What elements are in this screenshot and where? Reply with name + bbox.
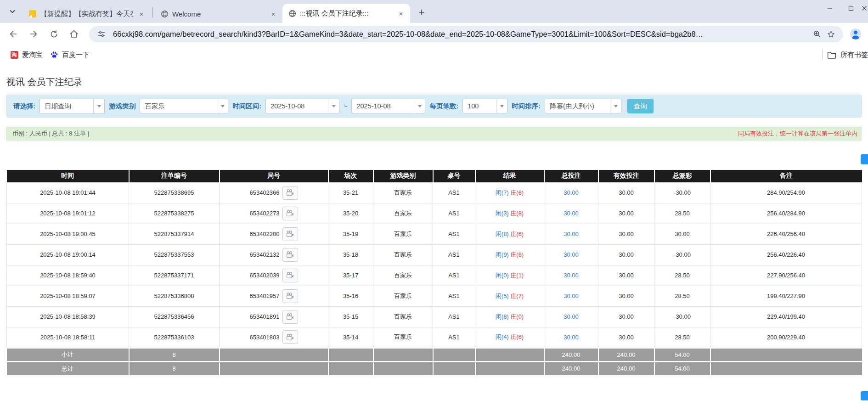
- video-replay-icon[interactable]: [282, 289, 298, 303]
- cell-time: 2025-10-08 18:59:40: [7, 265, 129, 286]
- footer-cell: [475, 361, 544, 375]
- bookmark-star-icon[interactable]: [824, 27, 838, 41]
- game-type-select[interactable]: 百家乐: [140, 99, 228, 113]
- cell-valid-bet: 30.00: [598, 224, 654, 244]
- player-result: 闲(8): [496, 231, 509, 237]
- date-start-input[interactable]: 2025-10-08: [265, 99, 339, 113]
- sort-label: 时间排序:: [512, 102, 541, 111]
- total-bet-link[interactable]: 30.00: [564, 251, 579, 258]
- footer-cell: [710, 361, 862, 375]
- video-replay-icon[interactable]: [282, 269, 298, 282]
- zoom-icon[interactable]: [810, 27, 824, 41]
- chevron-down-icon: [414, 99, 425, 113]
- tilde-separator: ~: [344, 102, 347, 110]
- column-header: 结果: [475, 170, 544, 182]
- sort-select[interactable]: 降幂(由大到小): [545, 99, 621, 113]
- side-panel-handle-bottom[interactable]: [861, 391, 868, 400]
- bookmark-taobao[interactable]: 淘 爱淘宝: [6, 48, 46, 62]
- table-header-row: 时间注单编号局号场次游戏类别桌号结果总投注有效投注总派彩备注: [7, 170, 862, 182]
- tab-welcome[interactable]: Welcome ×: [155, 5, 282, 23]
- chevron-down-icon: [496, 99, 507, 113]
- query-type-select[interactable]: 日期查询: [39, 99, 105, 113]
- cell-bet-id: 522875336456: [129, 306, 220, 327]
- tab-bet-records[interactable]: :::视讯 会员下注纪录::: ×: [282, 4, 410, 23]
- footer-cell: 54.00: [654, 361, 710, 375]
- table-row: 2025-10-08 18:59:40522875337171653402039…: [7, 265, 862, 286]
- footer-cell: [710, 348, 862, 361]
- video-replay-icon[interactable]: [282, 248, 298, 262]
- video-replay-icon[interactable]: [282, 330, 298, 344]
- cell-valid-bet: 30.00: [598, 203, 654, 224]
- bookmark-baidu[interactable]: 百度一下: [46, 48, 93, 62]
- total-bet-link[interactable]: 30.00: [564, 210, 579, 217]
- total-bet-link[interactable]: 30.00: [564, 272, 579, 279]
- player-result: 闲(9): [496, 251, 509, 258]
- total-bet-link[interactable]: 30.00: [564, 334, 579, 341]
- column-header: 桌号: [433, 170, 475, 182]
- player-result: 闲(8): [496, 313, 509, 320]
- total-bet-link[interactable]: 30.00: [564, 313, 579, 320]
- site-settings-icon[interactable]: [95, 27, 108, 41]
- round-number: 653402039: [249, 272, 279, 279]
- close-icon[interactable]: ×: [137, 9, 146, 18]
- cell-table-no: AS1: [433, 244, 475, 265]
- cell-bet-id: 522875337914: [129, 224, 220, 244]
- cell-remark: 229.40/199.40: [710, 306, 862, 327]
- folder-icon: [827, 51, 836, 59]
- round-number: 653402200: [249, 231, 279, 237]
- back-icon[interactable]: [5, 25, 22, 43]
- cell-session: 35-14: [328, 327, 373, 348]
- minimize-button[interactable]: [819, 0, 840, 16]
- address-bar[interactable]: 66cxkj98.com/game/betrecord_search/kind3…: [89, 26, 843, 42]
- column-header: 备注: [710, 170, 862, 182]
- notification-favicon-icon: [28, 10, 37, 18]
- tab-notification[interactable]: 【新提醒】【实战有奖】今天在 ×: [23, 5, 151, 23]
- cell-time: 2025-10-08 18:59:07: [7, 286, 129, 306]
- video-replay-icon[interactable]: [282, 186, 298, 200]
- total-bet-link[interactable]: 30.00: [564, 231, 579, 237]
- all-bookmarks-button[interactable]: 所有书签: [827, 51, 868, 59]
- footer-cell: 8: [129, 348, 220, 361]
- total-bet-link[interactable]: 30.00: [564, 189, 579, 196]
- video-replay-icon[interactable]: [282, 207, 298, 220]
- banker-result: 庄(1): [510, 272, 524, 279]
- close-icon[interactable]: ×: [269, 9, 278, 18]
- window-controls: [819, 0, 868, 17]
- search-button[interactable]: 查询: [627, 99, 654, 113]
- taobao-icon: 淘: [10, 51, 18, 59]
- player-result: 闲(4): [496, 333, 509, 340]
- url-text[interactable]: 66cxkj98.com/game/betrecord_search/kind3…: [113, 30, 810, 39]
- video-replay-icon[interactable]: [282, 227, 298, 241]
- cell-payout: 28.50: [654, 203, 710, 224]
- cell-round-id: 653402039: [220, 265, 328, 286]
- cell-total-bet: 30.00: [544, 286, 598, 306]
- maximize-button[interactable]: [840, 0, 862, 16]
- page-size-label: 每页笔数:: [429, 102, 458, 111]
- side-panel-handle-top[interactable]: [861, 154, 868, 164]
- video-replay-icon[interactable]: [282, 310, 298, 324]
- close-icon[interactable]: ×: [396, 9, 406, 18]
- page-size-select[interactable]: 100: [462, 99, 507, 113]
- profile-avatar-icon[interactable]: [847, 25, 864, 43]
- total-bet-link[interactable]: 30.00: [564, 293, 579, 299]
- tab-title: 【新提醒】【实战有奖】今天在: [40, 10, 133, 18]
- bookmarks-divider: [822, 50, 823, 60]
- close-window-button[interactable]: [862, 0, 868, 16]
- cell-round-id: 653402366: [220, 182, 328, 203]
- reload-icon[interactable]: [45, 25, 62, 43]
- player-result: 闲(0): [496, 272, 509, 279]
- cell-total-bet: 30.00: [544, 265, 598, 286]
- date-end-input[interactable]: 2025-10-08: [351, 99, 425, 113]
- page-title: 视讯 会员下注纪录: [6, 75, 862, 89]
- cell-table-no: AS1: [433, 306, 475, 327]
- home-icon[interactable]: [65, 25, 83, 43]
- cell-remark: 256.40/226.40: [710, 244, 862, 265]
- cell-payout: 28.50: [654, 265, 710, 286]
- chevron-down-icon[interactable]: [5, 4, 20, 19]
- bookmark-label: 爱淘宝: [22, 51, 43, 59]
- new-tab-button[interactable]: +: [415, 6, 428, 19]
- forward-icon[interactable]: [25, 25, 42, 43]
- cell-session: 35-15: [328, 306, 373, 327]
- table-row: 2025-10-08 19:00:14522875337553653402132…: [7, 244, 862, 265]
- cell-time: 2025-10-08 19:00:14: [7, 244, 129, 265]
